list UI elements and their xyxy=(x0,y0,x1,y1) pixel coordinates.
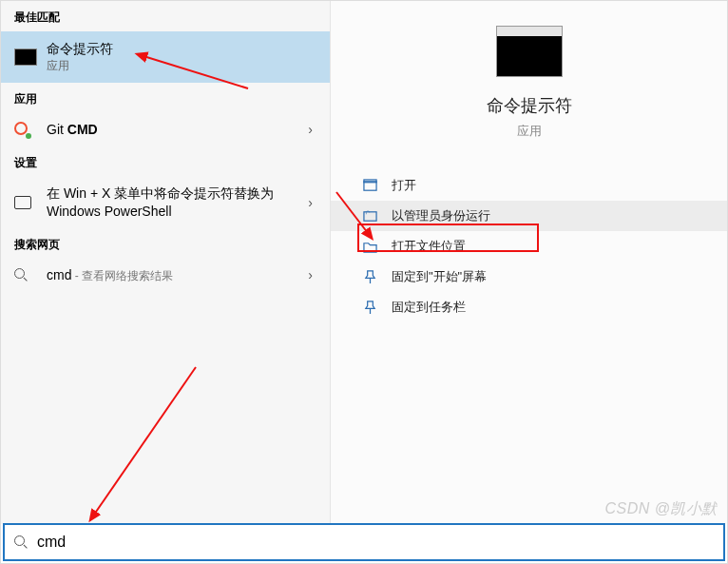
settings-header: 设置 xyxy=(1,146,330,177)
action-admin-label: 以管理员身份运行 xyxy=(392,207,490,224)
action-open-label: 打开 xyxy=(392,177,416,194)
action-open[interactable]: 打开 xyxy=(331,170,727,201)
pin-taskbar-icon xyxy=(361,301,378,315)
pin-start-icon xyxy=(361,270,378,284)
setting-winx[interactable]: 在 Win + X 菜单中将命令提示符替换为 Windows PowerShel… xyxy=(1,177,330,228)
search-results-window: 最佳匹配 命令提示符 应用 应用 Git CMD › 设置 在 Win + X … xyxy=(1,1,727,524)
folder-icon xyxy=(361,240,378,254)
apps-header: 应用 xyxy=(1,83,330,113)
action-run-as-admin[interactable]: 以管理员身份运行 xyxy=(331,201,727,231)
web-header: 搜索网页 xyxy=(1,228,330,259)
best-match-cmd[interactable]: 命令提示符 应用 xyxy=(1,31,330,83)
search-icon xyxy=(14,268,28,282)
monitor-icon xyxy=(14,196,31,209)
shield-icon xyxy=(361,209,378,224)
web-term: cmd xyxy=(47,267,71,282)
web-suffix: - 查看网络搜索结果 xyxy=(71,269,173,282)
search-icon xyxy=(14,535,28,549)
search-input[interactable] xyxy=(37,534,714,551)
best-match-sub: 应用 xyxy=(47,58,316,73)
results-panel: 最佳匹配 命令提示符 应用 应用 Git CMD › 设置 在 Win + X … xyxy=(1,1,331,524)
setting-winx-label: 在 Win + X 菜单中将命令提示符替换为 Windows PowerShel… xyxy=(47,185,274,219)
git-prefix: Git xyxy=(47,122,67,137)
action-pin-start-label: 固定到"开始"屏幕 xyxy=(392,268,487,285)
cmd-icon xyxy=(14,49,37,66)
action-pin-start[interactable]: 固定到"开始"屏幕 xyxy=(331,262,727,292)
cmd-large-icon xyxy=(496,26,563,77)
action-open-location[interactable]: 打开文件位置 xyxy=(331,231,727,262)
chevron-right-icon[interactable]: › xyxy=(308,267,316,282)
web-search-cmd[interactable]: cmd - 查看网络搜索结果 › xyxy=(1,259,330,292)
action-pin-taskbar-label: 固定到任务栏 xyxy=(392,299,466,316)
open-icon xyxy=(361,179,378,193)
app-git-cmd[interactable]: Git CMD › xyxy=(1,113,330,146)
best-match-title: 命令提示符 xyxy=(47,40,316,58)
search-bar[interactable] xyxy=(3,523,725,561)
git-bold: CMD xyxy=(67,122,98,137)
action-location-label: 打开文件位置 xyxy=(392,238,466,255)
chevron-right-icon[interactable]: › xyxy=(308,195,316,210)
preview-panel: 命令提示符 应用 打开 以管理员身份运行 打开文件位置 xyxy=(331,1,727,524)
preview-sub: 应用 xyxy=(517,123,542,140)
best-match-header: 最佳匹配 xyxy=(1,1,330,31)
chevron-right-icon[interactable]: › xyxy=(308,122,316,137)
action-list: 打开 以管理员身份运行 打开文件位置 固定到"开始"屏幕 xyxy=(331,170,727,322)
preview-title: 命令提示符 xyxy=(487,94,572,117)
watermark: CSDN @凯小默 xyxy=(604,499,718,519)
svg-rect-2 xyxy=(363,211,375,220)
git-icon xyxy=(14,122,29,137)
action-pin-taskbar[interactable]: 固定到任务栏 xyxy=(331,292,727,322)
